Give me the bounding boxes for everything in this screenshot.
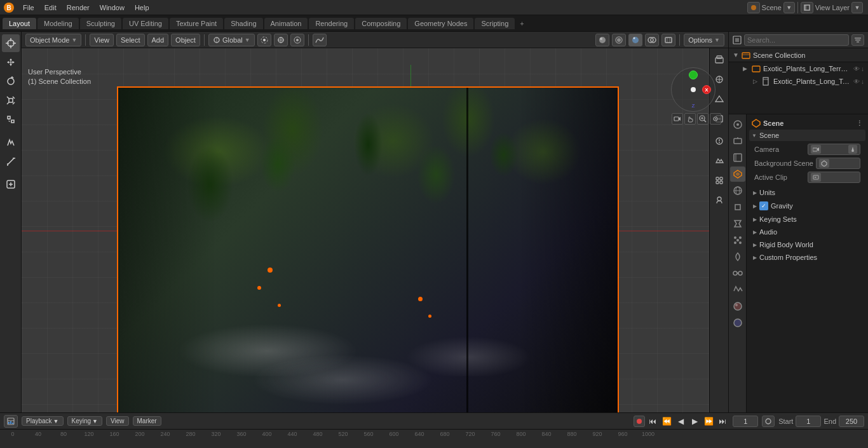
prop-tab-material[interactable] — [730, 299, 745, 314]
prop-tab-output[interactable] — [730, 133, 745, 149]
jump-start-btn[interactable]: ⏮ — [646, 416, 659, 427]
jump-end-btn[interactable]: ⏭ — [716, 416, 729, 427]
playback-btn[interactable]: Playback ▼ — [22, 416, 64, 426]
scene-options[interactable]: ▼ — [783, 2, 795, 13]
play-btn[interactable]: ▶ — [688, 416, 701, 427]
units-header[interactable]: ▶ Units — [749, 187, 865, 198]
scene-dropdown-icon[interactable] — [747, 2, 760, 13]
expand-icon-0[interactable]: ▶ — [743, 65, 749, 72]
tab-compositing[interactable]: Compositing — [355, 18, 407, 29]
xray-btn[interactable] — [661, 34, 675, 46]
tab-uv-editing[interactable]: UV Editing — [123, 18, 168, 29]
expand-icon-1[interactable]: ▷ — [753, 78, 759, 85]
keying-sets-header[interactable]: ▶ Keying Sets — [749, 214, 865, 225]
prop-tab-shading[interactable] — [730, 315, 745, 330]
menu-edit[interactable]: Edit — [39, 0, 62, 15]
step-forward-btn[interactable]: ⏩ — [702, 416, 715, 427]
frame-options-btn[interactable] — [762, 416, 775, 427]
prop-tab-object[interactable] — [730, 200, 745, 215]
rotate-tool[interactable] — [2, 72, 20, 90]
outliner-search-input[interactable] — [744, 34, 849, 46]
scene-canvas[interactable]: User Perspective (1) Scene Collection — [22, 48, 728, 412]
view-layer-options[interactable]: ▼ — [851, 2, 863, 13]
menu-render[interactable]: Render — [62, 0, 95, 15]
tab-sculpting[interactable]: Sculpting — [80, 18, 121, 29]
gizmo-x-dot[interactable]: X — [702, 85, 711, 94]
marker-btn[interactable]: Marker — [133, 416, 161, 426]
view-btn[interactable]: View — [106, 416, 129, 426]
rigid-body-header[interactable]: ▶ Rigid Body World — [749, 239, 865, 250]
tab-layout[interactable]: Layout — [3, 18, 36, 29]
audio-header[interactable]: ▶ Audio — [749, 226, 865, 238]
gizmo-zoom-btn[interactable] — [697, 113, 709, 125]
curve-btn[interactable] — [313, 34, 327, 46]
scale-tool[interactable] — [2, 92, 20, 109]
prop-tab-constraints[interactable] — [730, 266, 745, 281]
timeline-track[interactable]: 0408012016020024028032036040044048052056… — [0, 430, 868, 448]
timeline-type-btn[interactable] — [4, 415, 18, 428]
menu-help[interactable]: Help — [130, 0, 154, 15]
prop-panel-options[interactable]: ⋮ — [856, 119, 863, 128]
prop-tab-world[interactable] — [730, 183, 745, 198]
viewport-shading-solid[interactable] — [595, 34, 609, 46]
outliner-item-0[interactable]: ▶ Exotic_Plants_Long_Terrarium 👁 ↓ — [729, 62, 868, 75]
transform-tool[interactable] — [2, 111, 20, 128]
viewport-overlay-btn[interactable] — [645, 34, 659, 46]
scene-collection-expand[interactable]: ▼ — [733, 51, 739, 58]
measure-tool[interactable] — [2, 153, 20, 170]
eye-icon-0[interactable]: 👁 — [853, 65, 860, 72]
view-menu[interactable]: View — [90, 34, 114, 46]
cursor-tool[interactable] — [2, 34, 20, 52]
prop-tab-view[interactable] — [730, 150, 745, 165]
proportional-btn[interactable] — [290, 34, 304, 46]
pivot-btn[interactable] — [257, 34, 271, 46]
annotate-tool[interactable] — [2, 133, 20, 151]
transform-dropdown[interactable]: Global ▼ — [208, 34, 255, 46]
tab-geometry-nodes[interactable]: Geometry Nodes — [408, 18, 473, 29]
add-tool[interactable] — [2, 175, 20, 193]
vp-right-btn5[interactable] — [710, 132, 728, 150]
eye-icon-1[interactable]: 👁 — [853, 78, 860, 85]
gizmo-camera2-btn[interactable] — [710, 113, 721, 125]
camera-dropper-btn[interactable] — [848, 145, 857, 154]
gravity-checkbox[interactable]: ✓ — [759, 201, 768, 210]
current-frame-display[interactable]: 1 — [733, 416, 758, 427]
tab-animation[interactable]: Animation — [264, 18, 308, 29]
tab-add[interactable]: + — [516, 18, 527, 29]
gizmo-hand-btn[interactable] — [684, 113, 696, 125]
menu-window[interactable]: Window — [95, 0, 130, 15]
custom-props-header[interactable]: ▶ Custom Properties — [749, 252, 865, 263]
object-menu[interactable]: Object — [171, 34, 200, 46]
tab-modeling[interactable]: Modeling — [37, 18, 79, 29]
select-icon-1[interactable]: ↓ — [861, 78, 864, 85]
record-btn[interactable] — [634, 416, 645, 427]
options-dropdown[interactable]: Options ▼ — [684, 34, 724, 46]
prop-tab-scene[interactable] — [730, 166, 745, 182]
select-icon-0[interactable]: ↓ — [861, 65, 864, 72]
prop-tab-modifiers[interactable] — [730, 216, 745, 231]
tab-scripting[interactable]: Scripting — [475, 18, 515, 29]
vp-right-btn7[interactable] — [710, 172, 728, 189]
vp-right-btn1[interactable] — [710, 51, 728, 69]
object-mode-dropdown[interactable]: Object Mode ▼ — [25, 34, 81, 46]
tab-shading[interactable]: Shading — [224, 18, 262, 29]
prop-tab-render[interactable] — [730, 117, 745, 132]
viewport[interactable]: Object Mode ▼ View Select Add Object Glo… — [22, 32, 728, 412]
gizmo-camera-btn[interactable] — [672, 113, 683, 125]
gravity-header[interactable]: ▶ ✓ Gravity — [749, 200, 865, 212]
menu-file[interactable]: File — [18, 0, 39, 15]
camera-field[interactable] — [808, 144, 860, 155]
scene-section-header[interactable]: ▼ Scene — [749, 130, 865, 141]
prop-tab-physics[interactable] — [730, 249, 745, 264]
end-frame-input[interactable]: 250 — [839, 416, 864, 427]
keying-btn[interactable]: Keying ▼ — [67, 416, 103, 426]
active-clip-field[interactable] — [808, 172, 860, 183]
start-frame-input[interactable]: 1 — [796, 416, 821, 427]
tab-texture-paint[interactable]: Texture Paint — [170, 18, 223, 29]
vp-right-btn6[interactable] — [710, 152, 728, 170]
vp-right-btn8[interactable] — [710, 191, 728, 209]
tab-rendering[interactable]: Rendering — [309, 18, 354, 29]
snap-btn[interactable] — [274, 34, 288, 46]
prop-tab-particles[interactable] — [730, 233, 745, 248]
background-scene-field[interactable] — [816, 158, 860, 169]
